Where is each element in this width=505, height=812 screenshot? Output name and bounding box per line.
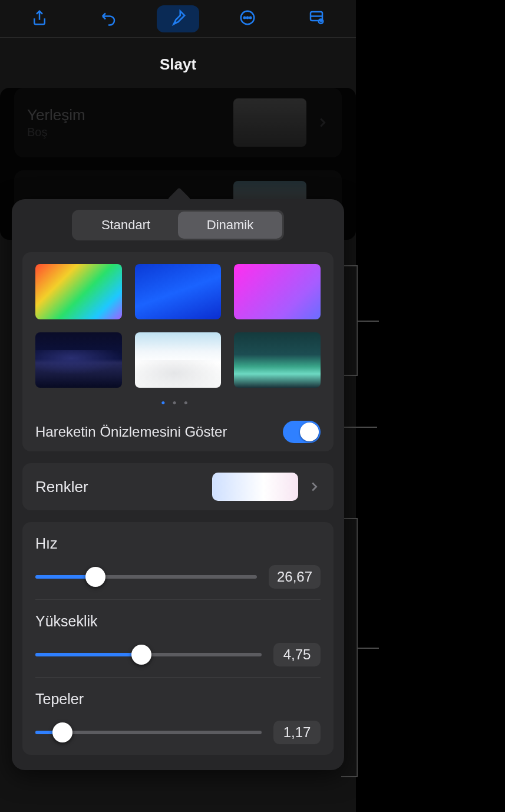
presenter-icon <box>308 9 325 29</box>
page-indicator[interactable]: ●●● <box>35 396 321 415</box>
undo-button[interactable] <box>87 5 130 32</box>
peaks-slider[interactable] <box>35 731 262 734</box>
bg-swatch-white[interactable] <box>135 332 222 388</box>
more-icon <box>239 9 256 29</box>
bg-swatch-pink[interactable] <box>234 264 321 319</box>
height-value[interactable]: 4,75 <box>273 643 321 666</box>
layout-thumbnail <box>233 98 306 147</box>
peaks-label: Tepeler <box>35 691 321 708</box>
colors-row[interactable]: Renkler <box>22 463 334 510</box>
undo-icon <box>100 9 117 29</box>
colors-label: Renkler <box>35 478 212 496</box>
callout-lead-swatches <box>358 321 379 322</box>
svg-point-1 <box>243 16 245 18</box>
layout-row[interactable]: Yerleşim Boş <box>14 88 342 157</box>
speed-label: Hız <box>35 535 321 552</box>
chevron-right-icon <box>316 116 329 129</box>
show-motion-preview-toggle[interactable] <box>283 421 321 443</box>
segment-dynamic[interactable]: Dinamik <box>178 212 282 239</box>
bg-swatch-teal[interactable] <box>234 332 321 388</box>
show-motion-preview-label: Hareketin Önizlemesini Göster <box>35 424 283 440</box>
svg-point-3 <box>249 16 251 18</box>
brush-icon <box>169 9 187 29</box>
bg-swatch-rainbow[interactable] <box>35 264 122 319</box>
peaks-slider-block: Tepeler 1,17 <box>35 678 321 755</box>
colors-preview-swatch <box>212 473 298 501</box>
speed-slider[interactable] <box>35 575 257 579</box>
bg-swatch-blue[interactable] <box>135 264 222 319</box>
height-slider[interactable] <box>35 653 262 656</box>
share-icon <box>31 9 48 29</box>
more-button[interactable] <box>226 5 269 32</box>
layout-subtitle: Boş <box>27 126 233 139</box>
format-button[interactable] <box>157 5 199 32</box>
bg-swatch-navy[interactable] <box>35 332 122 388</box>
toggle-knob <box>300 422 319 441</box>
height-label: Yükseklik <box>35 613 321 630</box>
toolbar <box>0 0 356 38</box>
speed-slider-block: Hız 26,67 <box>35 522 321 600</box>
chevron-right-icon <box>308 480 321 493</box>
dynamic-sliders-card: Hız 26,67 Yükseklik 4,75 <box>22 522 334 755</box>
share-button[interactable] <box>18 5 61 32</box>
segment-standard[interactable]: Standart <box>74 212 178 239</box>
height-slider-block: Yükseklik 4,75 <box>35 600 321 678</box>
dynamic-backgrounds-card: ●●● Hareketin Önizlemesini Göster <box>22 252 334 451</box>
peaks-value[interactable]: 1,17 <box>273 721 321 744</box>
svg-point-2 <box>246 16 248 18</box>
callout-lead-sliders <box>358 648 379 649</box>
page-title: Slayt <box>0 38 356 88</box>
background-popover: Standart Dinamik ●●● Hareketin Önizlemes… <box>12 199 344 770</box>
presenter-button[interactable] <box>295 5 338 32</box>
speed-value[interactable]: 26,67 <box>269 565 321 589</box>
background-type-segmented[interactable]: Standart Dinamik <box>72 210 284 240</box>
layout-label: Yerleşim <box>27 106 233 124</box>
